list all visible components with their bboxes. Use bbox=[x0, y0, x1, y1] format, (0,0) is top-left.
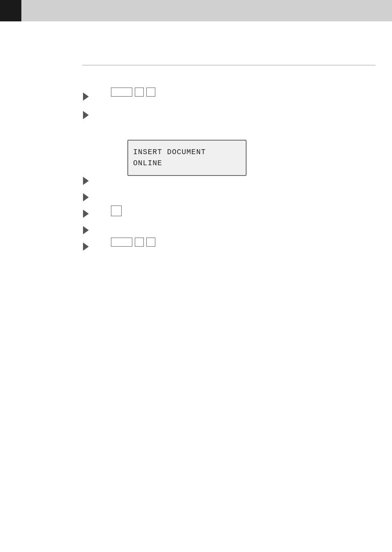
rect-large-top bbox=[111, 88, 132, 97]
arrow-icon-4 bbox=[83, 193, 89, 201]
lcd-display: INSERT DOCUMENT ONLINE bbox=[127, 140, 247, 176]
rect-group-top bbox=[111, 88, 155, 97]
rect-group-bottom bbox=[111, 238, 155, 247]
header-bar bbox=[0, 0, 392, 21]
arrow-icon-6 bbox=[83, 226, 89, 234]
lcd-line2: ONLINE bbox=[133, 159, 162, 167]
rect-small-top-2 bbox=[146, 88, 155, 97]
header-black-block bbox=[0, 0, 21, 21]
arrow-icon-2 bbox=[83, 111, 89, 119]
rect-single-middle bbox=[111, 206, 122, 216]
rect-small-top-1 bbox=[135, 88, 144, 97]
arrow-icon-7 bbox=[83, 243, 89, 251]
rect-small-bottom-2 bbox=[146, 238, 155, 247]
divider-line bbox=[82, 65, 376, 65]
arrow-icon-5 bbox=[83, 210, 89, 218]
arrow-icon-1 bbox=[83, 92, 89, 101]
lcd-line1: INSERT DOCUMENT bbox=[133, 148, 206, 156]
arrow-icon-3 bbox=[83, 177, 89, 185]
rect-large-bottom bbox=[111, 238, 132, 247]
lcd-text: INSERT DOCUMENT ONLINE bbox=[133, 147, 206, 169]
rect-small-bottom-1 bbox=[135, 238, 144, 247]
